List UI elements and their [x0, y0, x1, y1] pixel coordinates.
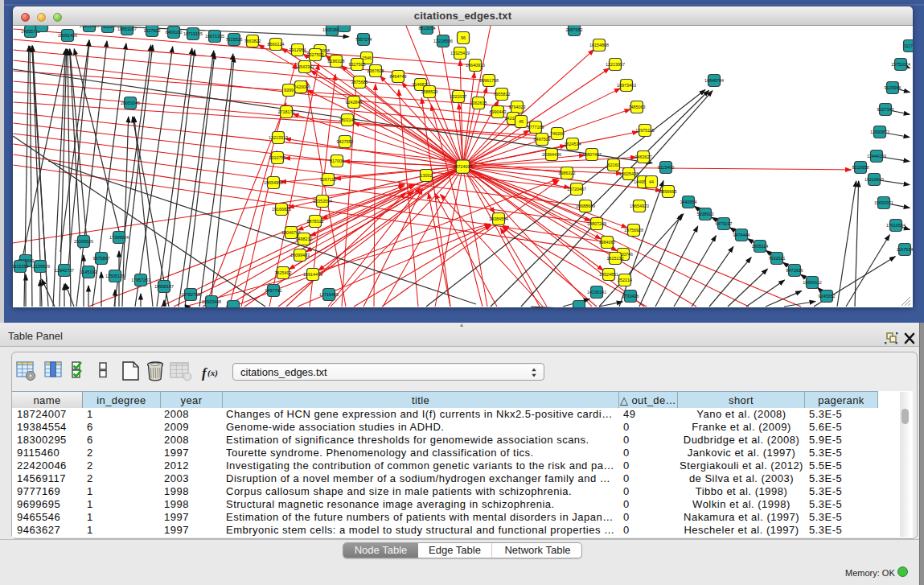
svg-text:62160: 62160 [608, 163, 620, 167]
svg-text:6479197: 6479197 [716, 221, 733, 226]
svg-text:7663822: 7663822 [244, 39, 261, 43]
svg-text:10653267: 10653267 [117, 27, 137, 31]
svg-text:19166825: 19166825 [272, 207, 291, 212]
svg-text:2987682: 2987682 [566, 27, 583, 32]
svg-text:18807249: 18807249 [587, 221, 606, 226]
svg-text:9319: 9319 [103, 26, 113, 29]
svg-text:20951406: 20951406 [80, 26, 99, 28]
svg-text:12923448: 12923448 [202, 299, 221, 304]
svg-text:19524851: 19524851 [599, 272, 618, 277]
svg-text:20364436: 20364436 [542, 152, 561, 157]
svg-text:9975867: 9975867 [93, 256, 110, 261]
svg-text:10958107: 10958107 [154, 284, 174, 289]
svg-text:3915359: 3915359 [13, 264, 29, 269]
svg-text:10782759: 10782759 [181, 292, 200, 297]
svg-text:12213957: 12213957 [606, 62, 625, 67]
svg-text:16099483: 16099483 [290, 253, 310, 257]
svg-text:11173: 11173 [904, 43, 913, 48]
svg-text:8186328: 8186328 [328, 59, 345, 64]
svg-text:10719155: 10719155 [183, 31, 203, 36]
svg-text:9115460: 9115460 [658, 165, 675, 170]
svg-text:8215958: 8215958 [852, 165, 869, 170]
svg-text:7357274: 7357274 [355, 37, 372, 42]
svg-text:19384554: 19384554 [489, 216, 508, 221]
svg-text:8878312: 8878312 [307, 219, 324, 224]
svg-text:9457791: 9457791 [265, 288, 282, 293]
svg-text:9245652: 9245652 [819, 294, 836, 299]
svg-text:1733426: 1733426 [622, 294, 639, 299]
svg-text:1362615: 1362615 [470, 101, 487, 105]
svg-text:15720407: 15720407 [567, 187, 586, 192]
svg-text:7485063: 7485063 [629, 105, 646, 109]
svg-text:12218506: 12218506 [433, 39, 453, 43]
svg-text:9327509: 9327509 [307, 52, 324, 57]
svg-text:19756928: 19756928 [624, 228, 643, 233]
svg-text:8660124: 8660124 [268, 42, 285, 47]
svg-text:96: 96 [461, 35, 466, 40]
svg-text:10671355: 10671355 [205, 34, 224, 39]
svg-text:3912954: 3912954 [290, 47, 306, 52]
svg-text:9327505: 9327505 [349, 62, 366, 67]
svg-text:12156829: 12156829 [31, 264, 50, 269]
svg-text:12975115: 12975115 [635, 128, 655, 133]
svg-text:16210643: 16210643 [864, 177, 884, 182]
svg-text:6497509: 6497509 [534, 137, 551, 142]
svg-text:12093872: 12093872 [870, 130, 889, 134]
svg-text:1167534: 1167534 [897, 247, 913, 252]
svg-text:7625402: 7625402 [275, 270, 292, 275]
svg-text:1440954: 1440954 [680, 200, 697, 204]
svg-text:17957253: 17957253 [131, 278, 150, 282]
svg-text:8813054: 8813054 [419, 26, 436, 31]
svg-text:20206526: 20206526 [74, 239, 93, 244]
svg-text:12444159: 12444159 [867, 154, 886, 159]
svg-text:8471636: 8471636 [786, 268, 803, 273]
svg-text:13716485: 13716485 [319, 292, 339, 297]
svg-text:1624534: 1624534 [565, 142, 581, 146]
svg-text:7515526: 7515526 [226, 37, 243, 42]
svg-text:12353594: 12353594 [313, 199, 332, 204]
svg-text:1010755: 1010755 [269, 155, 286, 160]
svg-text:1327602: 1327602 [144, 28, 161, 33]
svg-text:9399: 9399 [284, 88, 294, 93]
svg-text:13002: 13002 [421, 173, 433, 178]
svg-text:2935114: 2935114 [752, 244, 769, 249]
svg-text:18724007: 18724007 [454, 164, 473, 169]
svg-text:9474444: 9474444 [733, 233, 750, 237]
svg-text:16848784: 16848784 [704, 78, 724, 83]
svg-text:9463627: 9463627 [635, 154, 652, 159]
svg-text:12505135: 12505135 [105, 274, 125, 278]
svg-text:746206: 746206 [550, 131, 565, 136]
svg-text:15751024: 15751024 [891, 62, 910, 67]
svg-text:12213313: 12213313 [269, 135, 288, 140]
svg-text:(x): (x) [207, 368, 218, 378]
svg-text:14136141: 14136141 [587, 290, 606, 295]
svg-text:9129966: 9129966 [885, 85, 901, 90]
svg-text:8454749: 8454749 [390, 74, 407, 79]
svg-text:8990443: 8990443 [490, 109, 507, 114]
svg-text:3267110: 3267110 [320, 177, 337, 182]
svg-text:1588520: 1588520 [421, 89, 438, 94]
svg-text:1322037: 1322037 [450, 94, 467, 99]
svg-text:9498212: 9498212 [296, 237, 313, 241]
svg-text:17399924: 17399924 [109, 235, 129, 240]
svg-text:20053346: 20053346 [121, 101, 140, 105]
svg-text:16914479: 16914479 [303, 272, 322, 277]
svg-text:1615132: 1615132 [607, 256, 624, 261]
svg-text:9794023: 9794023 [509, 105, 526, 109]
svg-text:1145193: 1145193 [80, 270, 97, 274]
svg-text:44: 44 [649, 179, 654, 184]
svg-text:9777169: 9777169 [528, 125, 544, 130]
svg-text:19654952: 19654952 [264, 180, 283, 185]
svg-text:16154808: 16154808 [589, 43, 609, 47]
svg-text:10688609: 10688609 [576, 204, 595, 208]
svg-text:817006: 817006 [330, 159, 344, 163]
svg-text:10973463: 10973463 [617, 83, 636, 88]
svg-text:19654923: 19654923 [630, 204, 649, 208]
svg-text:3984067: 3984067 [599, 240, 616, 245]
svg-text:10025438: 10025438 [619, 171, 639, 176]
svg-text:13325419: 13325419 [450, 51, 470, 56]
svg-text:10807487: 10807487 [582, 152, 602, 157]
svg-text:9427552: 9427552 [337, 139, 354, 144]
svg-text:12942737: 12942737 [55, 268, 74, 273]
svg-text:9227343: 9227343 [877, 107, 894, 112]
